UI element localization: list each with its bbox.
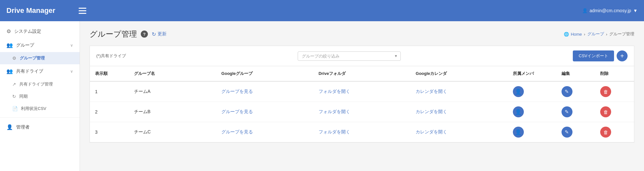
calendar-link-1[interactable]: カレンダを開く [416, 109, 447, 114]
sidebar-label-shared-drive-mgmt: 共有ドライブ管理 [19, 81, 53, 87]
filter-bar-right: CSVインポート + [573, 50, 628, 61]
chevron-down-icon: ∨ [70, 43, 73, 48]
chevron-down-icon[interactable]: ▼ [633, 8, 638, 13]
cell-delete-2: 🗑 [595, 122, 634, 142]
sidebar-item-groups[interactable]: 👥 グループ ∨ [0, 38, 80, 52]
members-button-0[interactable]: 👤 [513, 86, 524, 97]
add-group-button[interactable]: + [617, 50, 628, 61]
drive-link-1[interactable]: フォルダを開く [319, 109, 350, 114]
calendar-link-0[interactable]: カレンダを開く [416, 89, 447, 94]
cell-edit-2: ✎ [556, 122, 595, 142]
refresh-icon: ↻ [152, 31, 156, 37]
cell-drive-1: フォルダを開く [313, 102, 411, 122]
breadcrumb-sep-2: › [606, 32, 607, 37]
plus-icon: + [620, 53, 624, 59]
breadcrumb-globe-icon: 🌐 [564, 32, 569, 37]
members-button-2[interactable]: 👤 [513, 127, 524, 138]
page-header-left: グループ管理 ? ↻ 更新 [90, 29, 167, 39]
cell-edit-0: ✎ [556, 81, 595, 102]
edit-button-1[interactable]: ✎ [562, 106, 572, 117]
sidebar: ⚙ システム設定 👥 グループ ∨ ⚙ グループ管理 👥 共有ドライブ ∨ ↗ … [0, 21, 80, 171]
table-header: 表示順 グループ名 Googleグループ Driveフォルダ Googleカレン… [90, 66, 634, 81]
cell-drive-2: フォルダを開く [313, 122, 411, 142]
delete-button-2[interactable]: 🗑 [600, 127, 611, 138]
sidebar-item-system-settings[interactable]: ⚙ システム設定 [0, 24, 80, 38]
user-icon: 👤 [582, 8, 588, 13]
cell-name-0: チームA [129, 81, 216, 102]
breadcrumb-groups[interactable]: グループ [587, 31, 604, 37]
table-header-row: 表示順 グループ名 Googleグループ Driveフォルダ Googleカレン… [90, 66, 634, 81]
col-header-drive: Driveフォルダ [313, 66, 411, 81]
col-header-order: 表示順 [90, 66, 129, 81]
cell-calendar-0: カレンダを開く [410, 81, 508, 102]
drive-link-2[interactable]: フォルダを開く [319, 129, 350, 134]
edit-button-2[interactable]: ✎ [562, 127, 572, 138]
group-mgmt-icon: ⚙ [12, 56, 16, 61]
sidebar-divider [0, 117, 80, 118]
calendar-link-2[interactable]: カレンダを開く [416, 129, 447, 134]
filter-bar-center: グループの絞り込み ▼ [126, 51, 573, 61]
cell-name-1: チームB [129, 102, 216, 122]
sidebar-item-sync[interactable]: ↻ 同期 [0, 90, 80, 103]
google-group-link-1[interactable]: グループを見る [221, 109, 253, 114]
sidebar-label-sync: 同期 [19, 94, 28, 99]
breadcrumb-home[interactable]: Home [571, 32, 582, 37]
sidebar-label-system-settings: システム設定 [14, 29, 41, 34]
sidebar-label-shared-drive: 共有ドライブ [16, 68, 43, 74]
csv-import-button[interactable]: CSVインポート [573, 50, 614, 61]
sidebar-label-group-management: グループ管理 [20, 55, 45, 61]
refresh-button[interactable]: ↻ 更新 [152, 31, 167, 37]
main-content: グループ管理 ? ↻ 更新 🌐 Home › グループ › グループ管理 (*)… [80, 21, 644, 171]
refresh-label: 更新 [158, 31, 167, 37]
help-button[interactable]: ? [141, 31, 148, 38]
cell-calendar-2: カレンダを開く [410, 122, 508, 142]
cell-delete-1: 🗑 [595, 102, 634, 122]
delete-button-1[interactable]: 🗑 [600, 106, 611, 117]
drive-link-0[interactable]: フォルダを開く [319, 89, 350, 94]
sidebar-item-admin[interactable]: 👤 管理者 [0, 120, 80, 134]
table-row: 3 チームC グループを見る フォルダを開く カレンダを開く 👤 ✎ 🗑 [90, 122, 634, 142]
group-table: 表示順 グループ名 Googleグループ Driveフォルダ Googleカレン… [90, 66, 634, 143]
cell-drive-0: フォルダを開く [313, 81, 411, 102]
col-header-calendar: Googleカレンダ [410, 66, 508, 81]
groups-icon: 👥 [6, 42, 13, 48]
breadcrumb-sep-1: › [584, 32, 585, 37]
sidebar-item-usage-csv[interactable]: 📄 利用状況CSV [0, 103, 80, 115]
google-group-link-2[interactable]: グループを見る [221, 129, 253, 134]
col-header-edit: 編集 [556, 66, 595, 81]
cell-google-group-2: グループを見る [216, 122, 313, 142]
admin-icon: 👤 [6, 124, 13, 130]
cell-google-group-0: グループを見る [216, 81, 313, 102]
user-email: admin@cm.cmosy.jp [590, 8, 631, 13]
cell-edit-1: ✎ [556, 102, 595, 122]
sidebar-label-admin: 管理者 [16, 124, 30, 130]
cell-delete-0: 🗑 [595, 81, 634, 102]
col-header-delete: 削除 [595, 66, 634, 81]
sidebar-item-group-management[interactable]: ⚙ グループ管理 [0, 52, 80, 64]
hamburger-button[interactable] [79, 8, 86, 14]
group-filter-select[interactable]: グループの絞り込み [298, 51, 401, 61]
sidebar-label-usage-csv: 利用状況CSV [21, 106, 46, 112]
csv-icon: 📄 [12, 106, 18, 111]
share-icon: ↗ [12, 82, 16, 87]
table-body: 1 チームA グループを見る フォルダを開く カレンダを開く 👤 ✎ 🗑 2 チ… [90, 81, 634, 142]
data-table: 表示順 グループ名 Googleグループ Driveフォルダ Googleカレン… [90, 66, 634, 142]
sidebar-label-groups: グループ [16, 42, 34, 48]
cell-order-2: 3 [90, 122, 129, 142]
delete-button-0[interactable]: 🗑 [600, 86, 611, 97]
app-header: Drive Manager 👤 admin@cm.cmosy.jp ▼ [0, 0, 644, 21]
page-header: グループ管理 ? ↻ 更新 🌐 Home › グループ › グループ管理 [90, 29, 634, 39]
sidebar-item-shared-drive[interactable]: 👥 共有ドライブ ∨ [0, 64, 80, 78]
app-layout: ⚙ システム設定 👥 グループ ∨ ⚙ グループ管理 👥 共有ドライブ ∨ ↗ … [0, 21, 644, 171]
cell-members-1: 👤 [508, 102, 556, 122]
cell-order-1: 2 [90, 102, 129, 122]
google-group-link-0[interactable]: グループを見る [221, 89, 253, 94]
cell-members-2: 👤 [508, 122, 556, 142]
edit-button-0[interactable]: ✎ [562, 86, 572, 97]
sidebar-item-shared-drive-mgmt[interactable]: ↗ 共有ドライブ管理 [0, 78, 80, 90]
filter-bar: (*)共有ドライブ グループの絞り込み ▼ CSVインポート + [90, 46, 634, 66]
page-title: グループ管理 [90, 29, 137, 39]
members-button-1[interactable]: 👤 [513, 106, 524, 117]
col-header-members: 所属メンバ [508, 66, 556, 81]
header-left: Drive Manager [6, 6, 86, 15]
